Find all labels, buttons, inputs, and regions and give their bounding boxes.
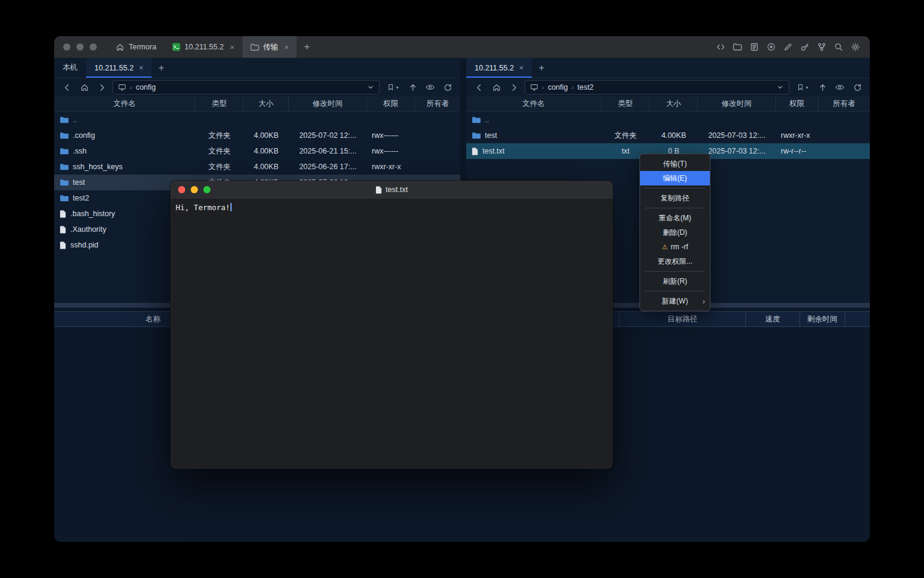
file-name: .config (73, 131, 95, 140)
file-row[interactable]: .config 文件夹 4.00KB 2025-07-02 12:... rwx… (54, 128, 460, 143)
right-file-list: .. test 文件夹 4.00KB 2025-07-03 12:... rwx… (466, 112, 870, 159)
minimize-window-button[interactable] (76, 43, 84, 51)
pencil-icon[interactable] (783, 42, 793, 52)
menu-separator (645, 291, 705, 291)
close-tab-icon[interactable]: × (285, 43, 289, 52)
forward-button[interactable] (95, 81, 108, 94)
tab-ssh-session[interactable]: 10.211.55.2 × (164, 36, 242, 58)
folder-icon (472, 116, 481, 123)
column-header-owner[interactable]: 所有者 (415, 96, 460, 111)
right-path-bar[interactable]: › config › test2 (525, 80, 789, 95)
home-button[interactable] (78, 81, 91, 94)
column-header-size[interactable]: 大小 (244, 96, 289, 111)
dropdown-caret-icon: ▾ (805, 85, 808, 90)
right-pane-tabs: 10.211.55.2 × + (466, 58, 870, 78)
column-header-perm[interactable]: 权限 (776, 96, 818, 111)
tab-label: 10.211.55.2 (94, 64, 134, 72)
tab-right-remote[interactable]: 10.211.55.2 × (466, 58, 532, 78)
log-icon[interactable] (750, 42, 759, 52)
file-name: .. (485, 116, 489, 124)
breadcrumb-segment[interactable]: config (136, 83, 156, 92)
new-tab-button[interactable]: + (297, 36, 317, 58)
search-icon[interactable] (834, 42, 843, 52)
column-header-modified[interactable]: 修改时间 (698, 96, 776, 111)
text-cursor (230, 203, 232, 211)
breadcrumb-separator: › (571, 84, 574, 91)
menu-separator (645, 208, 705, 208)
show-hidden-files-toggle[interactable] (424, 81, 437, 94)
column-header-modified[interactable]: 修改时间 (289, 96, 367, 111)
column-header-owner[interactable]: 所有者 (818, 96, 870, 111)
tab-termora-home[interactable]: Termora (108, 36, 164, 58)
chevron-down-icon[interactable] (777, 84, 784, 91)
tab-label: 本机 (63, 63, 78, 73)
home-icon (116, 43, 125, 52)
file-row[interactable]: .ssh 文件夹 4.00KB 2025-06-21 15:... rwx---… (54, 143, 460, 159)
bookmark-button[interactable]: ▾ (793, 81, 812, 94)
left-path-bar[interactable]: › config (112, 80, 380, 95)
close-tab-icon[interactable]: × (139, 64, 143, 72)
left-pane-tabs: 本机 10.211.55.2 × + (54, 58, 460, 78)
bookmark-button[interactable]: ▾ (384, 81, 402, 94)
file-row[interactable]: .. (466, 112, 870, 128)
new-pane-tab-button[interactable]: + (532, 58, 550, 78)
menu-item-change-permissions[interactable]: 更改权限... (640, 254, 710, 269)
tab-label: 10.211.55.2 (185, 43, 224, 51)
file-row[interactable]: .. (54, 112, 460, 128)
tab-local-machine[interactable]: 本机 (54, 58, 86, 78)
column-header-name[interactable]: 文件名 (54, 96, 196, 111)
keychain-icon[interactable] (817, 42, 827, 52)
code-icon[interactable] (716, 42, 725, 52)
transfer-column-speed[interactable]: 速度 (746, 312, 800, 326)
menu-item-copy-path[interactable]: 复制路径 (640, 191, 710, 205)
show-hidden-files-toggle[interactable] (833, 81, 846, 94)
right-table-header: 文件名 类型 大小 修改时间 权限 所有者 (466, 96, 870, 112)
new-pane-tab-button[interactable]: + (152, 58, 170, 78)
menu-item-edit[interactable]: 编辑(E) (640, 171, 710, 185)
breadcrumb-segment[interactable]: config (548, 83, 568, 92)
tab-transfer[interactable]: 传输 × (242, 36, 297, 58)
settings-gear-icon[interactable] (851, 42, 860, 52)
editor-titlebar[interactable]: test.txt (170, 181, 613, 199)
file-row[interactable]: ssh_host_keys 文件夹 4.00KB 2025-06-26 17:.… (54, 159, 460, 175)
back-button[interactable] (472, 81, 485, 94)
breadcrumb-separator: › (130, 84, 132, 91)
parent-directory-button[interactable] (816, 81, 829, 94)
zoom-window-button[interactable] (90, 43, 97, 51)
menu-item-rename[interactable]: 重命名(M) (640, 211, 710, 225)
close-window-button[interactable] (63, 43, 70, 51)
record-icon[interactable] (766, 42, 776, 52)
editor-caption: test.txt (170, 185, 613, 194)
menu-item-new[interactable]: 新建(W) › (640, 294, 710, 308)
file-name: test.txt (482, 147, 505, 155)
close-tab-icon[interactable]: × (519, 64, 523, 72)
menu-item-transfer[interactable]: 传输(T) (640, 157, 710, 171)
column-header-size[interactable]: 大小 (650, 96, 698, 111)
titlebar-tabs: Termora 10.211.55.2 × 传输 × + (108, 36, 317, 58)
folder-icon[interactable] (733, 42, 742, 52)
menu-item-delete[interactable]: 删除(D) (640, 225, 710, 240)
column-header-type[interactable]: 类型 (196, 96, 244, 111)
breadcrumb-segment[interactable]: test2 (578, 83, 594, 92)
tab-left-remote[interactable]: 10.211.55.2 × (86, 58, 152, 78)
menu-item-rm-rf[interactable]: ⚠ rm -rf (640, 240, 710, 254)
column-header-name[interactable]: 文件名 (466, 96, 602, 111)
menu-item-refresh[interactable]: 刷新(R) (640, 274, 710, 288)
parent-directory-button[interactable] (406, 81, 419, 94)
home-button[interactable] (490, 81, 503, 94)
forward-button[interactable] (507, 81, 520, 94)
refresh-button[interactable] (851, 81, 864, 94)
file-icon (472, 148, 478, 155)
column-header-type[interactable]: 类型 (602, 96, 650, 111)
file-row[interactable]: test 文件夹 4.00KB 2025-07-03 12:... rwxr-x… (466, 128, 870, 143)
key-icon[interactable] (800, 42, 810, 52)
file-icon (60, 241, 66, 249)
column-header-perm[interactable]: 权限 (367, 96, 415, 111)
refresh-button[interactable] (441, 81, 454, 94)
close-tab-icon[interactable]: × (230, 43, 235, 52)
chevron-down-icon[interactable] (367, 84, 374, 91)
transfer-column-target[interactable]: 目标路径 (620, 312, 746, 326)
back-button[interactable] (60, 81, 73, 94)
transfer-column-remaining[interactable]: 剩余时间 (800, 312, 845, 326)
editor-content[interactable]: Hi, Termora! (170, 199, 613, 216)
